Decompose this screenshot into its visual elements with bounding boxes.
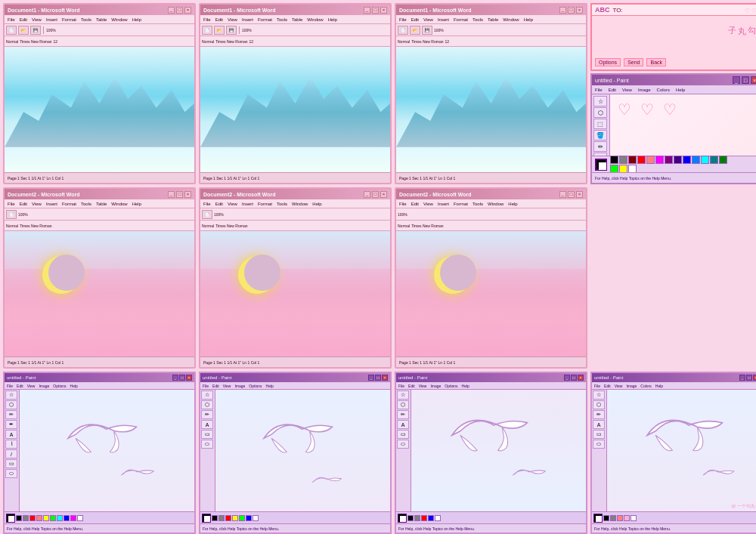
swatch-lightblue-top[interactable] (692, 156, 700, 164)
word-menu-tools-4[interactable]: Tools (81, 202, 91, 206)
paint-sm-tool-4a[interactable]: ☆ (593, 390, 605, 400)
word-close-2[interactable]: × (380, 7, 387, 14)
word-save-btn-1[interactable]: 💾 (30, 26, 41, 35)
sm-swatch-2[interactable] (23, 515, 29, 521)
word-menu-format-5[interactable]: Format (258, 202, 272, 206)
msg-options-btn[interactable]: Options (595, 58, 621, 66)
word-menu-file-3[interactable]: File (399, 17, 407, 22)
sm-swatch-8[interactable] (64, 515, 70, 521)
word-menu-insert-1[interactable]: Insert (46, 17, 57, 22)
paint-sm-max-3[interactable]: □ (571, 375, 577, 381)
paint-menu-file-top[interactable]: File (595, 88, 603, 92)
paint-sm-menu-image-4[interactable]: Image (626, 384, 637, 388)
paint-sm-tool-1a[interactable]: ☆ (5, 390, 17, 400)
sm-swatch-10[interactable] (77, 515, 83, 521)
word-menu-edit-4[interactable]: Edit (20, 202, 27, 206)
paint-sm-tool-4d[interactable]: A (593, 420, 605, 429)
swatch-blue-top[interactable] (683, 156, 691, 164)
sm3-swatch-3[interactable] (421, 515, 427, 521)
word-menu-view-3[interactable]: View (423, 17, 433, 22)
word-menu-file-5[interactable]: File (203, 202, 211, 206)
paint-sm-close-1[interactable]: × (186, 375, 192, 381)
paint-sm-max-1[interactable]: □ (179, 375, 185, 381)
word-min-2[interactable]: _ (364, 7, 370, 14)
word-menu-table-1[interactable]: Table (96, 17, 107, 22)
word-max-1[interactable]: □ (176, 7, 183, 14)
paint-sm-tool-3a[interactable]: ☆ (397, 390, 409, 400)
sm-swatch-9[interactable] (70, 515, 76, 521)
swatch-gray-top[interactable] (619, 156, 627, 164)
word-menu-tools-6[interactable]: Tools (472, 202, 483, 206)
sm-swatch-5[interactable] (43, 515, 49, 521)
word-new-btn-5[interactable]: 📄 (202, 210, 212, 219)
paint-sm-menu-help-2[interactable]: Help (266, 384, 274, 388)
word-min-1[interactable]: _ (168, 7, 175, 14)
word-menu-edit-5[interactable]: Edit (215, 202, 223, 206)
sm3-swatch-2[interactable] (414, 515, 420, 521)
paint-sm-menu-edit-4[interactable]: Edit (604, 384, 611, 388)
word-menu-help-1[interactable]: Help (132, 17, 141, 22)
paint-sm-tool-1d[interactable]: ✒ (5, 420, 17, 429)
paint-sm-min-3[interactable]: _ (564, 375, 570, 381)
word-menu-file-1[interactable]: File (8, 17, 15, 22)
word-menu-tools-5[interactable]: Tools (277, 202, 287, 206)
paint-sm-menu-view-4[interactable]: View (615, 384, 623, 388)
word-menu-view-2[interactable]: View (228, 17, 237, 22)
sm2-swatch-7[interactable] (253, 515, 259, 521)
word-menu-help-4[interactable]: Help (132, 202, 141, 206)
sm2-swatch-4[interactable] (232, 515, 238, 521)
swatch-magenta-top[interactable] (655, 156, 664, 164)
word-menu-format-4[interactable]: Format (62, 202, 76, 206)
word-menu-view-4[interactable]: View (32, 202, 42, 206)
paint-sm-menu-view-3[interactable]: View (419, 384, 427, 388)
sm4-swatch-1[interactable] (603, 515, 609, 521)
paint-menu-help-top[interactable]: Help (676, 88, 685, 92)
paint-max-top[interactable]: □ (742, 76, 749, 84)
paint-menu-view-top[interactable]: View (622, 88, 632, 92)
paint-sm-menu-options-3[interactable]: Options (445, 384, 457, 388)
word-menu-window-3[interactable]: Window (503, 17, 519, 22)
word-menu-tools-3[interactable]: Tools (472, 17, 483, 22)
word-menu-window-2[interactable]: Window (307, 17, 323, 22)
word-min-4[interactable]: _ (168, 191, 175, 198)
sm2-swatch-3[interactable] (225, 515, 231, 521)
word-save-btn-3[interactable]: 💾 (422, 26, 432, 35)
word-menu-table-3[interactable]: Table (488, 17, 498, 22)
word-save-btn-2[interactable]: 💾 (226, 26, 237, 35)
word-menu-insert-3[interactable]: Insert (438, 17, 449, 22)
paint-sm-menu-options-2[interactable]: Options (249, 384, 262, 388)
paint-menu-edit-top[interactable]: Edit (609, 88, 616, 92)
swatch-cyan-top[interactable] (701, 156, 709, 164)
paint-sm-menu-options-1[interactable]: Options (53, 384, 66, 388)
paint-tool-eraser-top[interactable]: ⬚ (593, 119, 607, 129)
paint-sm-max-4[interactable]: □ (746, 375, 752, 381)
word-max-6[interactable]: □ (568, 191, 575, 198)
word-menu-window-4[interactable]: Window (111, 202, 127, 206)
word-new-btn-1[interactable]: 📄 (6, 26, 17, 35)
sm-swatch-3[interactable] (29, 515, 36, 521)
paint-sm-menu-edit-3[interactable]: Edit (408, 384, 415, 388)
paint-sm-menu-image-1[interactable]: Image (39, 384, 49, 388)
paint-sm-min-2[interactable]: _ (368, 375, 374, 381)
word-max-5[interactable]: □ (372, 191, 379, 198)
paint-sm-menu-file-2[interactable]: File (203, 384, 209, 388)
paint-sm-tool-1g[interactable]: / (5, 449, 17, 458)
word-menu-view-5[interactable]: View (228, 202, 237, 206)
word-menu-table-4[interactable]: Table (96, 202, 107, 206)
word-menu-edit-3[interactable]: Edit (411, 17, 419, 22)
paint-sm-tool-1f[interactable]: ⌇ (5, 440, 17, 449)
paint-sm-menu-edit-2[interactable]: Edit (212, 384, 219, 388)
sm-swatch-4[interactable] (36, 515, 42, 521)
word-max-3[interactable]: □ (568, 7, 575, 14)
paint-sm-menu-edit-1[interactable]: Edit (17, 384, 23, 388)
paint-sm-tool-1i[interactable]: ⬭ (5, 469, 17, 478)
sm3-swatch-1[interactable] (407, 515, 414, 521)
word-close-4[interactable]: × (184, 191, 191, 198)
swatch-green-top[interactable] (719, 156, 727, 164)
paint-sm-menu-image-3[interactable]: Image (430, 384, 441, 388)
word-new-btn-3[interactable]: 📄 (398, 26, 408, 35)
word-menu-file-2[interactable]: File (203, 17, 211, 22)
sm-swatch-6[interactable] (50, 515, 56, 521)
swatch-purple-top[interactable] (665, 156, 673, 164)
word-menu-window-1[interactable]: Window (111, 17, 127, 22)
